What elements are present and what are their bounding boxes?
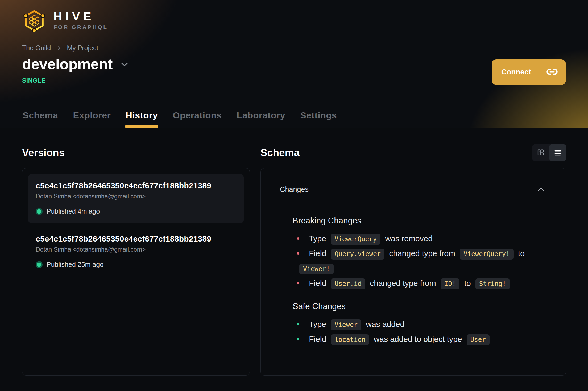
code-chip: ID! <box>441 278 459 289</box>
code-chip: User <box>467 334 490 345</box>
view-toggle <box>532 144 566 161</box>
version-status: Published 25m ago <box>36 261 236 268</box>
schema-column: Schema <box>260 128 566 376</box>
changes-section-title: Safe Changes <box>293 302 547 311</box>
changes-label: Changes <box>280 185 309 194</box>
tab-settings[interactable]: Settings <box>300 110 337 128</box>
code-chip: Query.viewer <box>331 249 384 260</box>
brand-wordmark: HIVE FOR GRAPHQL <box>53 11 108 30</box>
breadcrumb: The Guild My Project <box>22 44 566 52</box>
hive-logo-icon <box>22 8 47 32</box>
bullet-icon <box>297 338 299 340</box>
code-chip: Viewer <box>331 319 361 330</box>
tab-history[interactable]: History <box>125 110 158 128</box>
code-chip: location <box>331 334 369 345</box>
schema-heading-row: Schema <box>260 143 566 162</box>
tab-bar: SchemaExplorerHistoryOperationsLaborator… <box>22 110 337 128</box>
published-dot-icon <box>36 261 43 268</box>
versions-panel: c5e4c1c5f78b26465350e4ecf677cf188bb21389… <box>22 168 250 376</box>
changes-section-safe: Safe Changes Type Viewer was added Field… <box>293 302 547 347</box>
tab-schema[interactable]: Schema <box>22 110 59 128</box>
hive-app: HIVE FOR GRAPHQL The Guild My Project de… <box>0 0 588 391</box>
connect-button[interactable]: Connect <box>492 59 566 85</box>
breadcrumb-org[interactable]: The Guild <box>22 44 51 52</box>
version-author: Dotan Simha <dotansimha@gmail.com> <box>36 193 236 200</box>
version-status-text: Published 4m ago <box>47 207 100 215</box>
target-mode-badge: SINGLE <box>22 77 566 84</box>
tab-explorer[interactable]: Explorer <box>72 110 111 128</box>
list-view-button[interactable] <box>549 144 566 161</box>
changes-panel: Changes Breaking Changes Type ViewerQuer… <box>260 168 566 376</box>
versions-heading-row: Versions <box>22 143 250 162</box>
brand: HIVE FOR GRAPHQL <box>22 0 566 32</box>
changes-section-title: Breaking Changes <box>293 216 547 226</box>
changes-list: Type ViewerQuery was removed Field Query… <box>293 231 547 291</box>
changes-list: Type Viewer was added Field location was… <box>293 317 547 347</box>
target-title: development <box>22 56 113 72</box>
version-hash: c5e4c1c5f78b26465350e4ecf677cf188bb21389 <box>36 181 236 190</box>
changes-header[interactable]: Changes <box>261 168 566 194</box>
bullet-icon <box>297 323 299 325</box>
code-chip: Viewer! <box>299 264 334 274</box>
tab-laboratory[interactable]: Laboratory <box>236 110 286 128</box>
code-chip: ViewerQuery! <box>460 249 513 260</box>
code-chip: String! <box>475 278 510 289</box>
chevron-up-icon <box>537 186 545 193</box>
version-author: Dotan Simha <dotansimha@gmail.com> <box>36 246 236 253</box>
brand-tagline: FOR GRAPHQL <box>53 24 108 30</box>
bullet-icon <box>297 252 299 255</box>
version-status-text: Published 25m ago <box>47 261 103 268</box>
connect-button-label: Connect <box>501 68 531 76</box>
change-item: Field Query.viewer changed type from Vie… <box>297 246 547 276</box>
title-row: development <box>22 56 566 72</box>
link-icon <box>546 66 558 78</box>
bullet-icon <box>297 282 299 284</box>
chevron-right-icon <box>56 45 62 51</box>
breadcrumb-project[interactable]: My Project <box>67 44 98 52</box>
published-dot-icon <box>36 208 43 215</box>
changes-section-breaking: Breaking Changes Type ViewerQuery was re… <box>293 216 547 291</box>
collapse-button[interactable] <box>537 186 545 193</box>
columns-view-button[interactable] <box>532 144 549 161</box>
schema-heading: Schema <box>260 147 300 159</box>
code-chip: ViewerQuery <box>331 234 380 245</box>
bullet-icon <box>297 237 299 240</box>
change-item: Field User.id changed type from ID! to S… <box>297 276 547 291</box>
change-item: Type ViewerQuery was removed <box>297 231 547 246</box>
list-icon <box>554 148 562 157</box>
change-item: Field location was added to object type … <box>297 332 547 347</box>
version-hash: c5e4c1c5f78b26465350e4ecf677cf188bb21389 <box>36 234 236 243</box>
changes-body: Breaking Changes Type ViewerQuery was re… <box>261 216 566 347</box>
versions-heading: Versions <box>22 147 65 159</box>
columns-icon <box>537 148 545 157</box>
tab-operations[interactable]: Operations <box>172 110 222 128</box>
version-status: Published 4m ago <box>36 207 236 215</box>
brand-name: HIVE <box>53 11 108 22</box>
main-content: Versions c5e4c1c5f78b26465350e4ecf677cf1… <box>0 128 588 376</box>
code-chip: User.id <box>331 278 365 289</box>
version-card[interactable]: c5e4c1c5f78b26465350e4ecf677cf188bb21389… <box>28 227 244 276</box>
chevron-down-icon[interactable] <box>120 61 129 69</box>
version-card[interactable]: c5e4c1c5f78b26465350e4ecf677cf188bb21389… <box>28 174 244 223</box>
versions-column: Versions c5e4c1c5f78b26465350e4ecf677cf1… <box>22 128 250 376</box>
header: HIVE FOR GRAPHQL The Guild My Project de… <box>0 0 588 128</box>
change-item: Type Viewer was added <box>297 317 547 332</box>
